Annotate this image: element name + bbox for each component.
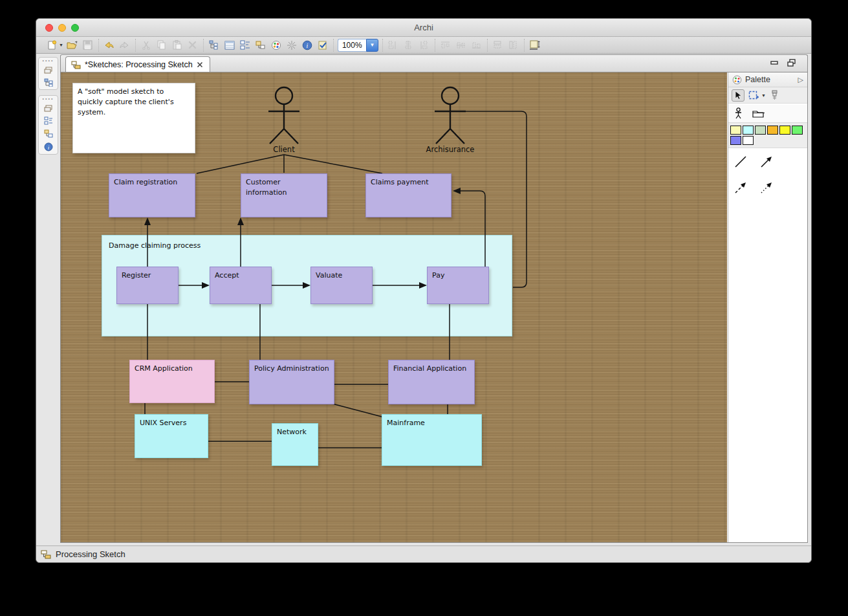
box-valuate[interactable]: Valuate [310, 267, 373, 304]
palette-color-swatch-1[interactable] [743, 126, 754, 135]
align-middle-icon [455, 39, 468, 52]
match-height-icon [507, 39, 520, 52]
fastview-group-views: •••• i [38, 95, 58, 155]
palette-collapse-icon[interactable]: ▷ [798, 76, 803, 84]
palette-color-swatch-7[interactable] [743, 136, 754, 145]
box-financial-application[interactable]: Financial Application [388, 360, 475, 404]
restore-view-icon[interactable] [44, 105, 52, 112]
actor-client-figure[interactable] [268, 87, 299, 144]
fastview-group-models: •••• [38, 57, 58, 90]
palette-title: Palette [745, 75, 770, 84]
window-title: Archi [36, 23, 811, 32]
sticky-group-tool[interactable] [752, 109, 765, 118]
palette-color-swatch-2[interactable] [755, 126, 766, 135]
palette-color-swatch-6[interactable] [730, 136, 741, 145]
box-customer-information[interactable]: Customer information [241, 173, 327, 217]
status-text: Processing Sketch [56, 549, 125, 559]
save-icon [82, 39, 94, 52]
minimize-view-icon[interactable] [770, 59, 780, 68]
zoom-combo[interactable]: 100% ▼ [338, 39, 378, 52]
box-unix-servers[interactable]: UNIX Servers [135, 414, 208, 458]
restore-view-icon[interactable] [44, 67, 52, 74]
palette-header[interactable]: Palette ▷ [728, 72, 807, 87]
default-size-icon[interactable] [528, 39, 541, 52]
tab-label: *Sketches: Processing Sketch [85, 60, 193, 69]
dotted-arrow-line-tool[interactable] [759, 181, 774, 195]
align-right-icon [418, 39, 431, 52]
sketch-canvas[interactable]: A "soft" model sketch to quickly capture… [61, 72, 727, 542]
connection-client-claim-registration[interactable] [197, 155, 284, 173]
palette-color-swatch-0[interactable] [730, 126, 741, 135]
box-accept[interactable]: Accept [210, 267, 272, 304]
editor-content: A "soft" model sketch to quickly capture… [60, 72, 808, 543]
outline-view-icon[interactable] [239, 39, 252, 52]
preferences-sparkle-icon[interactable] [285, 39, 298, 52]
model-tree-view-icon[interactable] [44, 78, 53, 87]
box-register[interactable]: Register [116, 267, 179, 304]
box-claims-payment[interactable]: Claims payment [365, 173, 451, 217]
actor-tool[interactable] [734, 107, 743, 120]
palette-line-tools [728, 148, 801, 201]
new-document-icon[interactable] [45, 39, 58, 52]
box-crm-application[interactable]: CRM Application [129, 360, 215, 403]
box-mainframe[interactable]: Mainframe [382, 414, 482, 466]
maximize-view-icon[interactable] [787, 59, 797, 68]
tab-processing-sketch[interactable]: *Sketches: Processing Sketch [65, 56, 210, 72]
sketch-icon [41, 550, 51, 559]
palette-color-swatch-5[interactable] [792, 126, 803, 135]
align-bottom-icon [470, 39, 483, 52]
drag-handle-icon[interactable]: •••• [43, 59, 54, 62]
sketch-icon [71, 61, 81, 69]
sketch-note[interactable]: A "soft" model sketch to quickly capture… [72, 83, 195, 153]
svg-text:i: i [307, 42, 309, 49]
box-policy-administration[interactable]: Policy Administration [249, 360, 334, 404]
redo-icon [118, 39, 131, 52]
outline-view-icon[interactable] [44, 116, 53, 125]
zoom-value[interactable]: 100% [338, 39, 366, 52]
copy-icon [155, 39, 168, 52]
navigator-icon[interactable] [254, 39, 267, 52]
arrow-line-tool[interactable] [759, 155, 774, 169]
line-tool[interactable] [734, 155, 748, 169]
box-claim-registration[interactable]: Claim registration [109, 173, 195, 217]
model-tree-icon[interactable] [208, 39, 221, 52]
connection-archisurance-process[interactable] [466, 111, 527, 287]
fastview-bar: •••• •••• i [36, 54, 60, 543]
color-scheme-icon[interactable] [270, 39, 283, 52]
new-dropdown-icon[interactable]: ▼ [59, 43, 63, 47]
tab-close-icon[interactable] [197, 61, 203, 68]
align-left-icon [387, 39, 400, 52]
validate-icon[interactable] [316, 39, 329, 52]
connection-client-claims-payment[interactable] [284, 155, 382, 173]
palette-color-swatch-3[interactable] [767, 126, 778, 135]
drag-handle-icon[interactable]: •••• [43, 97, 54, 100]
dashed-arrow-line-tool[interactable] [734, 181, 748, 195]
info-view-icon[interactable]: i [44, 142, 53, 151]
connection-policy-mainframe[interactable] [332, 404, 384, 417]
box-network[interactable]: Network [272, 423, 318, 466]
marquee-dropdown-icon[interactable]: ▼ [761, 93, 766, 98]
properties-table-icon[interactable] [223, 39, 236, 52]
connection-pay-claims-payment[interactable] [454, 191, 485, 267]
cut-icon [140, 39, 153, 52]
palette-color-swatch-4[interactable] [779, 126, 790, 135]
delete-icon [186, 39, 199, 52]
undo-icon[interactable] [103, 39, 116, 52]
palette-panel: Palette ▷ ▼ [728, 72, 807, 542]
info-icon[interactable]: i [301, 39, 314, 52]
actor-client-label[interactable]: Client [273, 145, 294, 154]
palette-elements-row [728, 104, 807, 123]
zoom-dropdown-icon[interactable]: ▼ [366, 39, 378, 52]
palette-icon [732, 75, 742, 85]
actor-archisurance-label[interactable]: Archisurance [426, 145, 475, 154]
open-folder-icon[interactable] [66, 39, 79, 52]
box-pay[interactable]: Pay [427, 267, 489, 304]
navigator-view-icon[interactable] [44, 129, 53, 138]
align-top-icon [439, 39, 452, 52]
select-cursor-tool[interactable] [732, 89, 745, 102]
format-painter-tool[interactable] [770, 90, 779, 100]
marquee-tool[interactable] [748, 90, 759, 100]
align-center-icon [402, 39, 415, 52]
main-toolbar: ▼ [36, 37, 811, 54]
actor-archisurance-figure[interactable] [435, 87, 466, 144]
